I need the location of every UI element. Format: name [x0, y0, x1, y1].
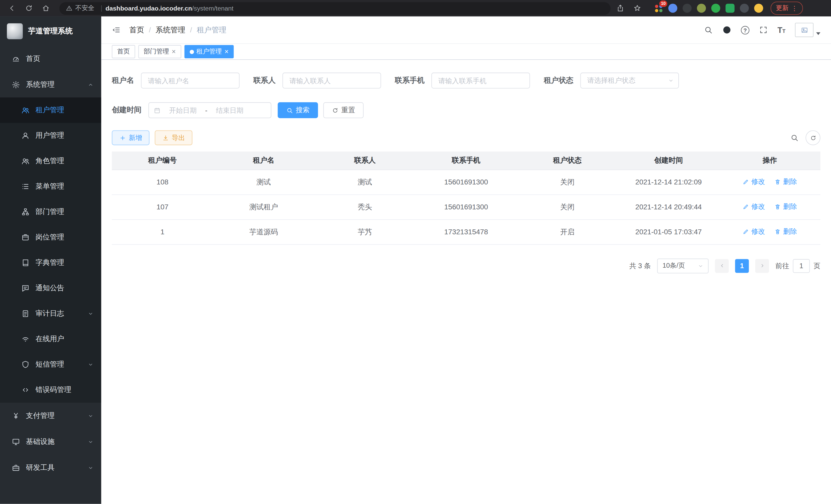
edit-button[interactable]: 修改 [743, 202, 765, 212]
yen-icon [11, 412, 20, 420]
refresh-icon [809, 135, 816, 141]
sidebar-item-infra[interactable]: 基础设施 [0, 429, 101, 455]
breadcrumb-system[interactable]: 系统管理 [156, 25, 185, 35]
delete-button[interactable]: 删除 [774, 227, 797, 237]
sidebar-item-dept[interactable]: 部门管理 [0, 199, 101, 225]
extension-dots-icon[interactable]: 10 [654, 4, 663, 12]
table-refresh-button[interactable] [806, 130, 821, 145]
filter-contact: 联系人 [253, 73, 381, 89]
delete-button[interactable]: 删除 [774, 202, 797, 212]
contact-input[interactable] [282, 73, 381, 89]
page-size-select[interactable]: 10条/页 [657, 258, 709, 273]
browser-back-button[interactable] [5, 2, 18, 14]
prev-page-button[interactable] [715, 259, 729, 273]
edit-icon [743, 228, 749, 235]
sidebar-item-post[interactable]: 岗位管理 [0, 225, 101, 250]
breadcrumb-home[interactable]: 首页 [129, 25, 144, 35]
sidebar-item-role[interactable]: 角色管理 [0, 148, 101, 174]
cell-name: 测试 [213, 170, 314, 195]
sidebar-item-home[interactable]: 首页 [0, 46, 101, 71]
tenant-name-input[interactable] [141, 73, 240, 89]
tab-home[interactable]: 首页 [112, 45, 135, 58]
address-bar[interactable]: 不安全 dashboard.yudao.iocoder.cn /system/t… [59, 2, 610, 14]
tab-label: 首页 [117, 47, 130, 56]
edit-button[interactable]: 修改 [743, 177, 765, 187]
share-icon[interactable] [613, 2, 627, 14]
extension-blue-icon[interactable] [668, 4, 677, 12]
close-icon[interactable]: × [172, 48, 176, 55]
filter-phone: 联系手机 [395, 73, 530, 89]
sidebar-item-tenant[interactable]: 租户管理 [0, 98, 101, 123]
sidebar-item-error-code[interactable]: 错误码管理 [0, 377, 101, 403]
cell-contact: 测试 [314, 170, 416, 195]
chevron-down-icon [87, 413, 94, 419]
browser-reload-button[interactable] [22, 2, 35, 14]
security-label: 不安全 [75, 4, 94, 12]
sidebar-item-notice[interactable]: 通知公告 [0, 276, 101, 301]
fullscreen-icon[interactable] [759, 25, 768, 34]
sidebar-item-system[interactable]: 系统管理 [0, 71, 101, 97]
extension-olive-icon[interactable] [697, 4, 706, 12]
sidebar-item-audit-log[interactable]: 审计日志 [0, 301, 101, 326]
active-dot [190, 50, 194, 54]
browser-home-button[interactable] [39, 2, 52, 14]
delete-button[interactable]: 删除 [774, 177, 797, 187]
collapse-sidebar-icon[interactable] [112, 25, 121, 34]
cell-phone: 15601691300 [416, 195, 517, 219]
edit-button[interactable]: 修改 [743, 227, 765, 237]
cell-contact: 芋艿 [314, 219, 416, 244]
breadcrumb-separator: / [149, 26, 151, 34]
tenant-status-select[interactable]: 请选择租户状态 [580, 73, 679, 89]
phone-input[interactable] [431, 73, 530, 89]
search-icon[interactable] [704, 25, 713, 34]
extension-green-square-icon[interactable] [726, 4, 735, 12]
sidebar-item-label: 通知公告 [35, 283, 64, 293]
app-title: 芋道管理系统 [28, 26, 73, 36]
user-avatar[interactable] [795, 23, 821, 37]
chevron-down-icon [816, 32, 821, 35]
date-range-picker[interactable]: - [148, 102, 271, 118]
sidebar-item-label: 菜单管理 [35, 182, 64, 191]
sidebar-item-dict[interactable]: 字典管理 [0, 250, 101, 276]
sidebar-item-menu[interactable]: 菜单管理 [0, 174, 101, 199]
edit-icon [743, 179, 749, 185]
date-start-input[interactable] [163, 106, 203, 114]
top-navbar: 首页 / 系统管理 / 租户管理 ? TT [101, 17, 831, 44]
filter-status: 租户状态 请选择租户状态 [544, 73, 679, 89]
table-search-button[interactable] [790, 134, 799, 142]
add-button[interactable]: 新增 [112, 130, 149, 145]
close-icon[interactable]: × [225, 48, 229, 55]
current-page-button[interactable]: 1 [735, 259, 749, 273]
font-size-icon[interactable]: TT [778, 26, 785, 34]
extension-slate-icon[interactable] [740, 4, 749, 12]
search-button[interactable]: 搜索 [278, 102, 318, 118]
help-icon[interactable]: ? [741, 26, 749, 34]
sidebar-item-devtools[interactable]: 研发工具 [0, 455, 101, 481]
chevron-down-icon [668, 77, 674, 84]
edit-icon [743, 203, 749, 210]
tab-dept[interactable]: 部门管理 × [138, 45, 181, 58]
gear-icon [11, 80, 20, 89]
cell-actions: 修改 删除 [719, 170, 821, 195]
github-icon[interactable] [722, 25, 731, 34]
sidebar-item-sms[interactable]: 短信管理 [0, 352, 101, 377]
extension-dark-icon[interactable] [683, 4, 692, 12]
browser-update-button[interactable]: 更新 ⋮ [771, 2, 803, 15]
sidebar-item-user[interactable]: 用户管理 [0, 123, 101, 148]
profile-avatar-icon[interactable] [754, 4, 763, 12]
sidebar-item-label: 字典管理 [35, 258, 64, 267]
search-icon [286, 107, 293, 114]
tab-tenant[interactable]: 租户管理 × [184, 45, 234, 58]
goto-page-input[interactable] [793, 259, 810, 273]
sidebar-item-payment[interactable]: 支付管理 [0, 403, 101, 429]
reset-button[interactable]: 重置 [323, 102, 364, 118]
next-page-button[interactable] [755, 259, 769, 273]
bookmark-star-icon[interactable] [631, 2, 643, 14]
online-signal-icon [21, 335, 30, 344]
export-button[interactable]: 导出 [155, 130, 192, 145]
app-logo: 芋道管理系统 [0, 17, 101, 46]
date-end-input[interactable] [209, 106, 250, 114]
sidebar-item-online-user[interactable]: 在线用户 [0, 326, 101, 352]
col-created: 创建时间 [618, 152, 719, 170]
extension-green-icon[interactable] [711, 4, 720, 12]
